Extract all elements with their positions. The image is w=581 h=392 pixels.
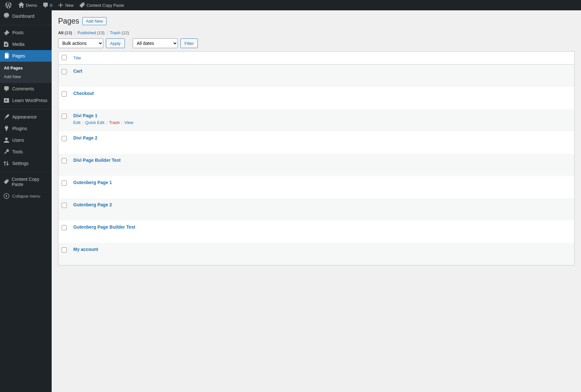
home-icon	[18, 2, 25, 8]
row-checkbox[interactable]	[62, 136, 67, 141]
bulk-actions-select[interactable]: Bulk actions	[58, 38, 103, 48]
sidebar-item-label: Appearance	[12, 114, 37, 119]
row-checkbox[interactable]	[62, 225, 67, 230]
menu-separator	[0, 108, 52, 109]
site-name-link[interactable]: Demo	[15, 0, 40, 10]
sidebar-item-pages[interactable]: Pages	[0, 50, 52, 62]
date-filter-select[interactable]: All dates	[133, 38, 178, 48]
row-title-cell: Divi Page Builder TestEdit | Quick Edit …	[70, 154, 574, 176]
new-content-link[interactable]: New	[55, 0, 76, 10]
tag-icon	[79, 2, 85, 8]
status-filters: All (13) | Published (13) | Trash (12)	[58, 30, 575, 35]
row-title-cell: My accountEdit | Quick Edit | Trash | Vi…	[70, 243, 574, 265]
filter-trash[interactable]: Trash (12)	[110, 30, 129, 35]
sidebar-item-tools[interactable]: Tools	[0, 146, 52, 158]
media-icon	[3, 41, 10, 47]
wrench-icon	[3, 149, 10, 155]
wordpress-icon	[5, 2, 12, 8]
sidebar-item-dashboard[interactable]: Dashboard	[0, 10, 52, 22]
user-icon	[3, 137, 10, 143]
comment-icon	[42, 2, 49, 8]
sidebar-item-label: Plugins	[12, 126, 27, 131]
row-checkbox[interactable]	[62, 91, 67, 97]
row-checkbox-cell	[58, 154, 70, 176]
row-checkbox[interactable]	[62, 203, 67, 208]
filter-button[interactable]: Filter	[180, 38, 198, 48]
sidebar-item-content-copy-paste[interactable]: Content Copy Paste	[0, 174, 52, 190]
row-checkbox[interactable]	[62, 69, 67, 74]
main-content: Pages Add New All (13) | Published (13) …	[52, 10, 581, 278]
row-checkbox-cell	[58, 243, 70, 265]
sidebar-item-label: Tools	[12, 149, 23, 154]
sidebar-item-media[interactable]: Media	[0, 38, 52, 50]
row-actions: Edit | Quick Edit | Trash | View	[73, 120, 571, 125]
page-title-link[interactable]: Gutenberg Page 1	[73, 180, 112, 185]
sidebar-item-comments[interactable]: Comments	[0, 83, 52, 95]
table-row: Divi Page 2Edit | Quick Edit | Trash | V…	[58, 131, 574, 154]
trash-link[interactable]: Trash	[109, 120, 120, 125]
collapse-menu[interactable]: Collapse menu	[0, 190, 52, 202]
row-title-cell: CheckoutEdit | Quick Edit | Trash | View	[70, 87, 574, 109]
page-title-link[interactable]: Gutenberg Page Builder Test	[73, 224, 135, 230]
sidebar-item-label: Settings	[12, 161, 29, 166]
table-row: My accountEdit | Quick Edit | Trash | Vi…	[58, 243, 574, 265]
row-checkbox-cell	[58, 198, 70, 221]
table-row: Gutenberg Page Builder TestEdit | Quick …	[58, 221, 574, 243]
sidebar-submenu: All Pages Add New	[0, 62, 52, 83]
sidebar-item-plugins[interactable]: Plugins	[0, 123, 52, 134]
row-checkbox-cell	[58, 221, 70, 243]
plugin-link[interactable]: Content Copy Paste	[76, 0, 127, 10]
page-title-link[interactable]: Cart	[73, 68, 82, 74]
apply-button[interactable]: Apply	[106, 38, 125, 48]
row-checkbox[interactable]	[62, 247, 67, 253]
view-link[interactable]: View	[124, 120, 133, 125]
row-checkbox[interactable]	[62, 158, 67, 163]
table-row: CheckoutEdit | Quick Edit | Trash | View	[58, 87, 574, 109]
comments-link[interactable]: 0	[40, 0, 55, 10]
row-checkbox[interactable]	[62, 114, 67, 119]
wp-logo[interactable]	[3, 0, 15, 10]
add-new-button[interactable]: Add New	[82, 17, 107, 25]
sidebar-item-label: Users	[12, 138, 24, 143]
pages-table: Title CartEdit | Quick Edit | Trash | Vi…	[58, 51, 575, 265]
filter-all[interactable]: All (13)	[58, 30, 73, 35]
page-header: Pages Add New	[58, 17, 575, 26]
filter-published[interactable]: Published (13)	[77, 30, 106, 35]
sidebar-item-settings[interactable]: Settings	[0, 158, 52, 169]
page-title-link[interactable]: Divi Page 2	[73, 135, 97, 140]
sidebar-item-learn-wp[interactable]: Learn WordPress	[0, 95, 52, 106]
sliders-icon	[3, 160, 10, 167]
row-checkbox[interactable]	[62, 181, 67, 186]
sidebar-item-appearance[interactable]: Appearance	[0, 111, 52, 123]
sidebar-item-label: Learn WordPress	[12, 98, 47, 103]
select-all-checkbox[interactable]	[62, 55, 67, 60]
sidebar-item-label: Dashboard	[12, 14, 35, 19]
page-title-link[interactable]: Checkout	[73, 91, 94, 96]
plugin-label: Content Copy Paste	[87, 3, 124, 8]
title-column-header[interactable]: Title	[70, 52, 574, 65]
page-title-link[interactable]: Divi Page Builder Test	[73, 158, 121, 163]
page-title-link[interactable]: My account	[73, 247, 98, 252]
menu-separator	[0, 171, 52, 172]
sidebar-item-label: Content Copy Paste	[12, 177, 48, 187]
row-checkbox-cell	[58, 176, 70, 198]
page-title-link[interactable]: Divi Page 1	[73, 113, 97, 118]
edit-link[interactable]: Edit	[73, 120, 80, 125]
table-row: Divi Page Builder TestEdit | Quick Edit …	[58, 154, 574, 176]
page-title-link[interactable]: Gutenberg Page 2	[73, 202, 112, 207]
comments-count: 0	[50, 3, 52, 8]
table-row: Gutenberg Page 2Edit | Quick Edit | Tras…	[58, 198, 574, 221]
plus-icon	[57, 2, 64, 8]
sidebar-item-users[interactable]: Users	[0, 134, 52, 146]
submenu-item-add-new[interactable]: Add New	[0, 72, 52, 81]
row-checkbox-cell	[58, 131, 70, 154]
collapse-icon	[3, 193, 10, 199]
video-icon	[3, 97, 10, 104]
select-all-header	[58, 52, 70, 65]
row-title-cell: Divi Page 1Edit | Quick Edit | Trash | V…	[70, 109, 574, 131]
row-checkbox-cell	[58, 87, 70, 109]
quick-edit-link[interactable]: Quick Edit	[85, 120, 104, 125]
page-title: Pages	[58, 17, 79, 26]
sidebar-item-posts[interactable]: Posts	[0, 27, 52, 38]
submenu-item-all-pages[interactable]: All Pages	[0, 64, 52, 72]
